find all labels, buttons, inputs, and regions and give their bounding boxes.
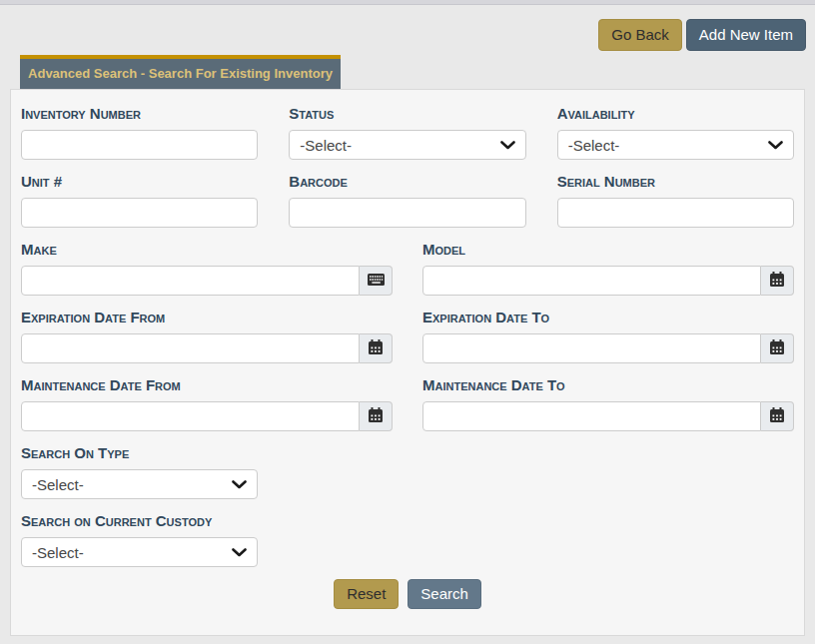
calendar-icon [369,407,383,426]
expiration-date-to-input[interactable] [422,333,761,363]
model-input[interactable] [422,266,761,296]
reset-button[interactable]: Reset [334,579,399,609]
expiration-date-to-calendar-button[interactable] [761,333,794,363]
unit-number-input[interactable] [21,198,258,228]
chevron-down-icon [232,480,247,489]
maintenance-date-to-input[interactable] [422,401,761,431]
model-label: Model [422,240,794,260]
form-row: Unit # Barcode Serial Number [21,172,794,228]
field-make: Make [21,240,393,296]
calendar-icon [770,407,784,426]
field-inventory-number: Inventory Number [21,104,258,160]
availability-select-value: -Select- [568,137,620,154]
search-on-current-custody-label: Search on Current Custody [21,511,258,531]
serial-number-label: Serial Number [557,172,794,192]
field-expiration-date-to: Expiration Date To [422,308,794,363]
make-keyboard-button[interactable] [360,266,393,296]
availability-label: Availability [557,104,794,124]
tab-advanced-search[interactable]: Advanced Search - Search For Existing In… [20,55,341,89]
add-new-item-button[interactable]: Add New Item [686,19,806,51]
serial-number-input[interactable] [557,198,794,228]
calendar-icon [770,272,784,291]
field-model: Model [422,240,794,296]
field-unit-number: Unit # [21,172,258,228]
maintenance-date-to-calendar-button[interactable] [761,401,794,431]
inventory-number-input[interactable] [21,130,258,160]
form-row: Make Model [21,240,794,296]
maintenance-date-from-label: Maintenance Date From [21,375,393,395]
field-search-on-type: Search On Type -Select- [21,443,258,499]
expiration-date-from-calendar-button[interactable] [360,333,393,363]
maintenance-date-from-calendar-button[interactable] [360,401,393,431]
status-select-value: -Select- [300,137,352,154]
tab-bar: Advanced Search - Search For Existing In… [20,55,815,89]
field-barcode: Barcode [289,172,525,228]
status-label: Status [289,104,525,124]
form-row: Expiration Date From Expiration Date To [21,308,794,363]
field-serial-number: Serial Number [557,172,794,228]
search-on-current-custody-select[interactable]: -Select- [21,537,258,567]
status-select[interactable]: -Select- [289,130,525,160]
calendar-icon [770,339,784,358]
search-button[interactable]: Search [408,579,481,609]
barcode-input[interactable] [289,198,525,228]
expiration-date-to-label: Expiration Date To [422,308,794,327]
search-on-type-select[interactable]: -Select- [21,469,258,499]
chevron-down-icon [232,548,247,557]
search-on-current-custody-select-value: -Select- [32,544,84,561]
model-calendar-button[interactable] [761,266,794,296]
field-maintenance-date-to: Maintenance Date To [422,375,794,431]
expiration-date-from-label: Expiration Date From [21,308,393,327]
expiration-date-from-input[interactable] [21,333,360,363]
field-availability: Availability -Select- [557,104,794,160]
toolbar: Go Back Add New Item [0,5,815,51]
availability-select[interactable]: -Select- [557,130,794,160]
inventory-number-label: Inventory Number [21,104,258,124]
field-maintenance-date-from: Maintenance Date From [21,375,393,431]
maintenance-date-to-label: Maintenance Date To [422,375,794,395]
make-input[interactable] [21,266,360,296]
unit-number-label: Unit # [21,172,258,192]
go-back-button[interactable]: Go Back [598,19,682,51]
search-on-type-select-value: -Select- [32,476,84,493]
maintenance-date-from-input[interactable] [21,401,360,431]
chevron-down-icon [500,141,515,150]
form-row: Inventory Number Status -Select- Availab… [21,104,794,160]
search-on-type-label: Search On Type [21,443,258,463]
form-actions: Reset Search [21,579,794,609]
form-row: Maintenance Date From Maintenance Date T… [21,375,794,431]
calendar-icon [369,339,383,358]
keyboard-icon [368,272,385,290]
barcode-label: Barcode [289,172,525,192]
advanced-search-panel: Inventory Number Status -Select- Availab… [10,89,805,636]
field-status: Status -Select- [289,104,525,160]
field-search-on-current-custody: Search on Current Custody -Select- [21,511,258,567]
field-expiration-date-from: Expiration Date From [21,308,393,363]
chevron-down-icon [768,141,783,150]
make-label: Make [21,240,393,260]
